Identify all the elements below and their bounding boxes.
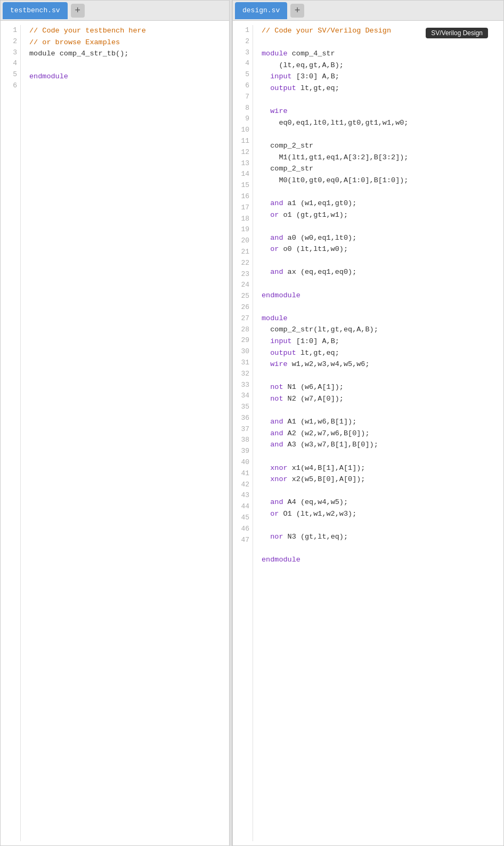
code-line: or O1 (lt,w1,w2,w3); [262, 508, 499, 520]
line-number: 20 [237, 235, 249, 247]
line-number: 12 [237, 147, 249, 158]
code-line: and A1 (w1,w6,B[1]); [262, 416, 499, 428]
line-number: 13 [237, 158, 249, 169]
line-number: 25 [237, 291, 249, 302]
code-line: module comp_4_str_tb(); [29, 48, 225, 60]
code-line [262, 451, 499, 462]
code-line: or o1 (gt,gt1,w1); [262, 209, 499, 221]
testbench-tab-label: testbench.sv [10, 6, 60, 14]
right-code-area[interactable]: 1234567891011121314151617181920212223242… [233, 21, 503, 845]
line-number: 22 [237, 258, 249, 269]
line-number: 28 [237, 324, 249, 336]
line-number: 4 [5, 58, 17, 69]
code-line [262, 186, 499, 198]
line-number: 14 [237, 169, 249, 180]
code-line: // or browse Examples [29, 37, 225, 48]
line-number: 18 [237, 214, 249, 225]
line-number: 40 [237, 457, 249, 468]
code-line: eq0,eq1,lt0,lt1,gt0,gt1,w1,w0; [262, 117, 499, 129]
code-line [262, 485, 499, 497]
code-line: and a1 (w1,eq1,gt0); [262, 198, 499, 209]
design-tab[interactable]: design.sv [235, 2, 287, 19]
line-number: 17 [237, 202, 249, 214]
right-pane: design.sv + SV/Verilog Design 1234567891… [232, 0, 504, 846]
code-line [29, 83, 225, 94]
code-line [262, 37, 499, 48]
left-code-lines[interactable]: // Code your testbench here// or browse … [25, 25, 229, 841]
code-line [262, 255, 499, 267]
code-line: nor N3 (gt,lt,eq); [262, 531, 499, 543]
line-number: 38 [237, 435, 249, 446]
code-line: output lt,gt,eq; [262, 83, 499, 94]
line-number: 10 [237, 125, 249, 136]
code-line: comp_2_str [262, 163, 499, 175]
line-number: 42 [237, 479, 249, 491]
line-number: 43 [237, 490, 249, 501]
line-number: 16 [237, 191, 249, 202]
code-line: comp_2_str(lt,gt,eq,A,B); [262, 324, 499, 336]
code-line: not N2 (w7,A[0]); [262, 393, 499, 405]
code-line: M1(lt1,gt1,eq1,A[3:2],B[3:2]); [262, 152, 499, 164]
line-number: 19 [237, 224, 249, 235]
line-number: 36 [237, 413, 249, 424]
line-number: 30 [237, 346, 249, 357]
line-number: 11 [237, 136, 249, 147]
line-number: 9 [237, 113, 249, 125]
left-pane: testbench.sv + 123456 // Code your testb… [0, 0, 229, 846]
line-number: 15 [237, 180, 249, 191]
line-number: 21 [237, 247, 249, 258]
left-tab-bar: testbench.sv + [1, 1, 229, 21]
line-number: 2 [237, 36, 249, 47]
code-line: endmodule [262, 554, 499, 566]
right-tab-bar: design.sv + SV/Verilog Design [233, 1, 503, 21]
code-line: endmodule [29, 71, 225, 83]
code-line [262, 405, 499, 417]
right-code-lines[interactable]: // Code your SV/Verilog Design module co… [257, 25, 503, 841]
line-number: 47 [237, 535, 249, 546]
code-line [262, 301, 499, 313]
line-number: 23 [237, 269, 249, 280]
line-number: 35 [237, 402, 249, 413]
line-number: 1 [237, 25, 249, 36]
line-number: 3 [237, 47, 249, 59]
line-number: 26 [237, 302, 249, 313]
line-number: 8 [237, 103, 249, 114]
left-line-numbers: 123456 [1, 25, 21, 841]
line-number: 39 [237, 446, 249, 457]
code-line: wire w1,w2,w3,w4,w5,w6; [262, 359, 499, 370]
code-line: module comp_4_str [262, 48, 499, 60]
line-number: 6 [5, 80, 17, 92]
code-line: not N1 (w6,A[1]); [262, 381, 499, 393]
line-number: 45 [237, 513, 249, 524]
code-line: and A3 (w3,w7,B[1],B[0]); [262, 439, 499, 451]
line-number: 41 [237, 468, 249, 479]
code-line: and ax (eq,eq1,eq0); [262, 266, 499, 278]
line-number: 37 [237, 424, 249, 435]
code-line: input [3:0] A,B; [262, 71, 499, 83]
editor-container: testbench.sv + 123456 // Code your testb… [0, 0, 504, 846]
line-number: 29 [237, 335, 249, 346]
code-line: xnor x2(w5,B[0],A[0]); [262, 474, 499, 485]
line-number: 32 [237, 369, 249, 380]
code-line [29, 60, 225, 71]
code-line: xnor x1(w4,B[1],A[1]); [262, 462, 499, 474]
line-number: 4 [237, 58, 249, 69]
code-line: // Code your testbench here [29, 25, 225, 37]
code-line: output lt,gt,eq; [262, 347, 499, 359]
left-add-tab-button[interactable]: + [71, 4, 85, 18]
line-number: 27 [237, 313, 249, 324]
line-number: 7 [237, 92, 249, 103]
line-number: 34 [237, 391, 249, 402]
line-number: 31 [237, 357, 249, 369]
left-code-area[interactable]: 123456 // Code your testbench here// or … [1, 21, 229, 845]
right-line-numbers: 1234567891011121314151617181920212223242… [233, 25, 253, 841]
line-number: 24 [237, 280, 249, 291]
code-line [262, 221, 499, 232]
code-line [262, 94, 499, 106]
right-add-tab-button[interactable]: + [290, 4, 304, 18]
code-line: and A4 (eq,w4,w5); [262, 497, 499, 508]
line-number: 3 [5, 47, 17, 59]
code-line [262, 278, 499, 290]
code-line [262, 520, 499, 532]
testbench-tab[interactable]: testbench.sv [3, 2, 68, 19]
